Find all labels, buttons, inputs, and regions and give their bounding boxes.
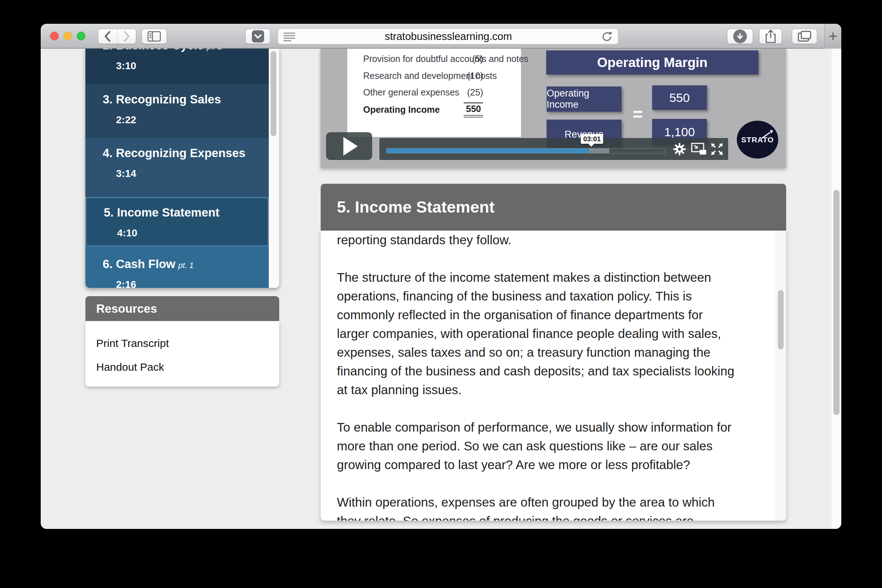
minimize-window-button[interactable]	[63, 32, 72, 40]
video-player[interactable]: Provision for doubtful accounts and note…	[321, 49, 786, 168]
chapter-duration: 4:10	[117, 227, 137, 239]
slide-row-operating-income: Operating Income 550	[347, 105, 521, 119]
pocket-extension-button[interactable]	[245, 29, 270, 44]
back-button[interactable]	[98, 29, 117, 44]
page-scrollbar-thumb[interactable]	[833, 190, 840, 415]
share-icon	[765, 29, 777, 44]
page-viewport: 2. Business Cyclept. 2 3:10 3. Recognizi…	[41, 49, 841, 529]
resources-header: Resources	[86, 296, 279, 321]
reload-icon	[602, 30, 613, 42]
chapter-title: 6. Cash Flow	[103, 257, 176, 271]
chapter-item-income-statement-selected[interactable]: 5. Income Statement 4:10	[86, 197, 269, 246]
strato-logo: STRATO	[737, 121, 778, 159]
chapter-suffix: pt. 2	[207, 49, 222, 51]
reader-icon	[283, 32, 296, 41]
diagram-title-box: Operating Margin	[546, 51, 758, 75]
player-control-bar	[380, 138, 728, 160]
page-scrollbar-track[interactable]	[831, 49, 841, 529]
slide-row: Research and development costs (10)	[347, 70, 521, 85]
slide-row-label: Operating Income	[363, 105, 440, 115]
chapter-title: 2. Business Cycle	[103, 49, 204, 52]
chapter-duration: 3:10	[116, 60, 136, 72]
play-button[interactable]	[326, 132, 372, 160]
article-body: reporting standards they follow. The str…	[321, 231, 786, 520]
new-tab-icon: +	[829, 28, 838, 45]
resources-panel: Print Transcript Handout Pack	[86, 321, 279, 387]
back-icon	[104, 30, 112, 42]
chapter-scrollbar-thumb[interactable]	[271, 51, 276, 136]
progress-fill	[387, 148, 589, 153]
slide-row: Other general expenses (25)	[347, 87, 521, 102]
picture-in-picture-icon	[691, 142, 707, 156]
strato-logo-arrow-icon	[761, 130, 773, 140]
sidebar-toggle-icon	[147, 31, 161, 42]
downloads-icon	[733, 30, 747, 43]
slide-row-value: (10)	[467, 70, 483, 81]
tooltip-pointer	[588, 143, 594, 147]
fullscreen-button[interactable]	[709, 142, 725, 156]
sidebar-toggle-button[interactable]	[142, 29, 167, 44]
article-paragraph: To enable comparison of performance, we …	[337, 418, 736, 474]
article-scrollbar-track[interactable]	[776, 231, 786, 520]
chapter-list: 2. Business Cyclept. 2 3:10 3. Recognizi…	[86, 49, 279, 288]
chapter-item-recognizing-sales[interactable]: 3. Recognizing Sales 2:22	[86, 84, 269, 138]
article-paragraph: Within operations, expenses are often gr…	[337, 493, 736, 520]
handout-pack-link[interactable]: Handout Pack	[96, 359, 279, 375]
picture-in-picture-button[interactable]	[691, 142, 707, 156]
history-nav-group	[98, 29, 136, 44]
chapter-item-business-cycle[interactable]: 2. Business Cyclept. 2 3:10	[86, 49, 269, 84]
settings-button[interactable]	[672, 142, 687, 156]
chapter-title: 4. Recognizing Expenses	[103, 146, 245, 160]
chapter-item-recognizing-expenses[interactable]: 4. Recognizing Expenses 3:14	[86, 138, 269, 197]
forward-icon	[123, 30, 130, 42]
slide-row-value: (5)	[472, 54, 483, 64]
slide-row: Provision for doubtful accounts and note…	[347, 54, 521, 68]
diagram-equals-sign: =	[627, 105, 648, 124]
article-paragraph: The structure of the income statement ma…	[337, 268, 736, 399]
print-transcript-link[interactable]: Print Transcript	[96, 335, 279, 351]
chapter-title: 5. Income Statement	[104, 206, 219, 219]
downloads-button[interactable]	[727, 29, 753, 44]
chapter-duration: 2:16	[116, 279, 136, 288]
reload-button[interactable]	[602, 30, 613, 42]
slide-row-value: (25)	[467, 87, 483, 98]
resources-title: Resources	[96, 302, 157, 316]
url-text[interactable]: stratobusinesslearning.com	[296, 31, 602, 42]
share-button[interactable]	[759, 29, 782, 44]
close-window-button[interactable]	[50, 32, 59, 40]
settings-gear-icon	[673, 142, 686, 156]
seek-time-tooltip: 03:01	[581, 134, 603, 144]
article-scrollbar-thumb[interactable]	[778, 290, 784, 350]
seek-time-text: 03:01	[584, 135, 601, 143]
chapter-duration: 3:14	[116, 168, 136, 179]
chapter-title: 3. Recognizing Sales	[103, 93, 221, 106]
pocket-icon	[252, 30, 264, 43]
slide-row-label: Other general expenses	[363, 87, 459, 98]
slide-row-label: Provision for doubtful accounts and note…	[363, 54, 528, 64]
zoom-window-button[interactable]	[77, 32, 86, 40]
article-title: 5. Income Statement	[337, 198, 495, 216]
forward-button[interactable]	[117, 29, 136, 44]
browser-window: stratobusinesslearning.com	[41, 24, 841, 529]
browser-toolbar: stratobusinesslearning.com	[41, 24, 841, 49]
article-paragraph: reporting standards they follow.	[337, 231, 736, 249]
article-header: 5. Income Statement	[321, 184, 786, 231]
video-slide-statement: Provision for doubtful accounts and note…	[347, 49, 521, 137]
chapter-suffix: pt. 1	[178, 261, 194, 270]
slide-row-value: 550	[464, 102, 483, 117]
progress-track[interactable]	[386, 148, 665, 153]
diagram-550-box: 550	[652, 86, 707, 110]
progress-buffered	[589, 148, 609, 153]
reader-view-button[interactable]	[283, 32, 296, 41]
diagram-operating-income-box: Operating Income	[547, 87, 621, 112]
chapter-item-cash-flow[interactable]: 6. Cash Flowpt. 1 2:16	[86, 246, 269, 288]
new-tab-button[interactable]: +	[824, 24, 841, 49]
tabs-icon	[797, 30, 812, 42]
address-bar[interactable]: stratobusinesslearning.com	[278, 28, 618, 44]
chapter-duration: 2:22	[116, 114, 136, 126]
fullscreen-icon	[710, 142, 724, 156]
show-tabs-button[interactable]	[792, 29, 817, 44]
play-icon	[344, 137, 358, 156]
